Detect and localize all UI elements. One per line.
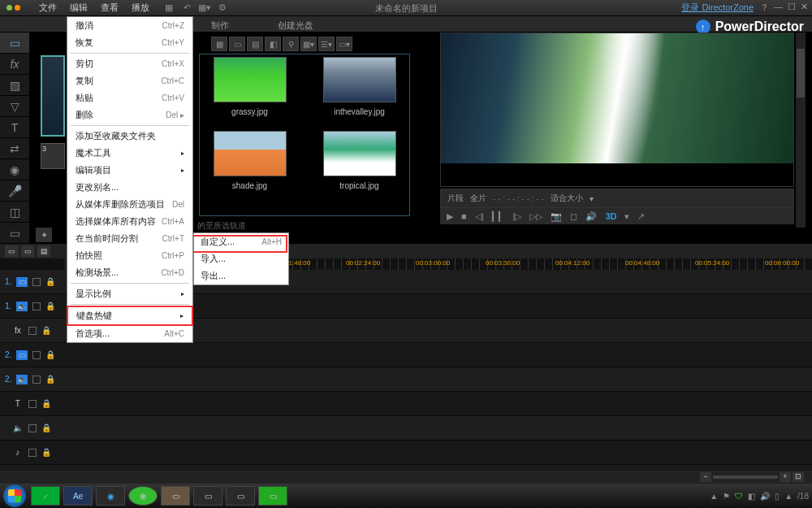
task-item[interactable]: ▭ xyxy=(226,486,255,506)
play-button[interactable]: ▶ xyxy=(447,211,453,222)
menu-edit[interactable]: 编辑 xyxy=(63,0,94,16)
fast-forward-button[interactable]: ▷▷ xyxy=(529,211,542,222)
close-button[interactable]: ✕ xyxy=(801,2,808,14)
menu-item[interactable]: 显示比例▸ xyxy=(67,285,192,302)
menu-icon-3[interactable]: ▦▾ xyxy=(198,2,211,15)
media-item[interactable]: shade.jpg xyxy=(203,131,296,190)
tab-produce[interactable]: 制作 xyxy=(203,16,237,35)
pv-fit[interactable]: 适合大小 xyxy=(551,193,583,204)
menu-item[interactable]: 选择媒体库所有内容Ctrl+A xyxy=(67,213,192,230)
menu-item[interactable]: 更改别名... xyxy=(67,179,192,196)
minimize-button[interactable]: — xyxy=(774,2,783,14)
tray-shield-icon[interactable]: 🛡 xyxy=(735,492,743,501)
tray-volume-icon[interactable]: 🔊 xyxy=(760,492,770,501)
track-row[interactable]: 2.🔈🔒 xyxy=(0,367,812,392)
submenu-item[interactable]: 导入... xyxy=(194,250,288,267)
lib-view-3[interactable]: ▤ xyxy=(247,37,263,51)
tray-icon[interactable]: ▲ xyxy=(784,492,793,501)
menu-item[interactable]: 添加至收藏夹文件夹 xyxy=(67,128,192,145)
menu-item[interactable]: 删除Del ▸ xyxy=(67,106,192,124)
lib-view-4[interactable]: ◧ xyxy=(265,37,281,51)
tl-tool-3[interactable]: ▤ xyxy=(37,245,50,257)
pv-movie[interactable]: 全片 xyxy=(470,193,486,204)
pv-clip[interactable]: 片段 xyxy=(447,193,464,204)
tool-transition[interactable]: ⇄ xyxy=(0,138,29,159)
lib-view-5[interactable]: ▦▾ xyxy=(300,37,317,51)
task-item[interactable]: ▭ xyxy=(161,486,190,506)
tool-media[interactable]: ▭ xyxy=(0,33,29,54)
menu-item[interactable]: 编辑项目▸ xyxy=(67,162,192,179)
volume-button[interactable]: 🔊 xyxy=(585,211,597,222)
lib-view-6[interactable]: ☰▾ xyxy=(318,37,335,51)
menu-icon-2[interactable]: ↶ xyxy=(180,2,193,15)
lib-view-7[interactable]: ▭▾ xyxy=(336,37,352,51)
menu-item[interactable]: 恢复Ctrl+Y xyxy=(67,34,192,51)
track-row[interactable]: .T🔒 xyxy=(0,392,812,416)
tool-title[interactable]: T xyxy=(0,117,29,138)
tool-mic[interactable]: 🎤 xyxy=(0,180,29,202)
tab-disc[interactable]: 创建光盘 xyxy=(270,16,322,35)
marker-button[interactable]: ✦ xyxy=(36,228,52,242)
tl-tool-2[interactable]: ▭ xyxy=(21,245,34,257)
task-item[interactable]: ◉ xyxy=(96,486,125,506)
task-item[interactable]: ⊕ xyxy=(128,486,158,506)
task-item[interactable]: ⟋ xyxy=(31,486,60,506)
selected-thumbnail[interactable] xyxy=(41,55,65,137)
menu-play[interactable]: 播放 xyxy=(125,0,156,16)
track-row[interactable]: .♪🔒 xyxy=(0,441,812,465)
media-item[interactable]: grassy.jpg xyxy=(203,57,296,116)
menu-item[interactable]: 在当前时间分割Ctrl+T xyxy=(67,230,192,247)
loop-button[interactable]: ◻ xyxy=(570,211,577,222)
menu-icon-1[interactable]: ▦ xyxy=(162,2,175,15)
media-item[interactable]: tropical.jpg xyxy=(313,131,406,190)
menu-item[interactable]: 键盘热键▸ xyxy=(67,306,193,326)
next-frame-button[interactable]: |▷ xyxy=(513,211,522,222)
submenu-item[interactable]: 导出... xyxy=(194,267,288,284)
menu-item[interactable]: 首选项...Alt+C xyxy=(67,325,192,342)
chevron-down-icon[interactable]: ▾ xyxy=(590,194,594,203)
menu-view[interactable]: 查看 xyxy=(94,0,125,16)
menu-item[interactable]: 剪切Ctrl+X xyxy=(67,55,192,72)
media-item[interactable]: inthevalley.jpg xyxy=(313,57,406,116)
tool-fx[interactable]: fx xyxy=(0,54,29,75)
menu-item[interactable]: 粘贴Ctrl+V xyxy=(67,89,192,106)
tray-icon[interactable]: ▲ xyxy=(710,492,718,501)
track-row[interactable]: .🔈🔒 xyxy=(0,416,812,441)
menu-item[interactable]: 从媒体库删除所选项目Del xyxy=(67,196,192,213)
undock-button[interactable]: ↗ xyxy=(637,211,645,222)
menu-item[interactable]: 魔术工具▸ xyxy=(67,145,192,162)
thumbnail-small[interactable]: 3 xyxy=(41,143,65,169)
menu-item[interactable]: 检测场景...Ctrl+D xyxy=(67,264,192,281)
menu-item[interactable]: 拍快照Ctrl+P xyxy=(67,247,192,264)
lib-view-2[interactable]: ▭ xyxy=(229,37,245,51)
task-item[interactable]: Ae xyxy=(63,486,93,506)
tool-chapter[interactable]: ◫ xyxy=(0,202,29,223)
task-item[interactable]: ▭ xyxy=(193,486,222,506)
tl-tool-1[interactable]: ▭ xyxy=(5,245,18,257)
stop-button[interactable]: ■ xyxy=(461,211,467,221)
tray-icon[interactable]: ◧ xyxy=(748,492,755,501)
help-button[interactable]: ？ xyxy=(760,2,769,14)
maximize-button[interactable]: ☐ xyxy=(788,2,796,14)
lib-search[interactable]: ⚲ xyxy=(283,37,299,51)
start-button[interactable] xyxy=(3,484,26,507)
tool-particle[interactable]: ▽ xyxy=(0,96,29,117)
scrollbar[interactable] xyxy=(796,33,806,228)
gear-icon[interactable]: ⚙ xyxy=(216,2,229,15)
directorzone-link[interactable]: 登录 DirectorZone xyxy=(681,2,754,14)
pv-dropdown[interactable]: ▾ xyxy=(624,211,629,222)
zoom-fit[interactable]: ⊡ xyxy=(793,472,804,482)
3d-button[interactable]: 3D xyxy=(605,211,616,221)
zoom-slider[interactable] xyxy=(713,475,778,479)
task-item[interactable]: ▭ xyxy=(258,486,287,506)
snapshot-button[interactable]: 📷 xyxy=(551,211,562,222)
lib-view-1[interactable]: ▦ xyxy=(211,37,227,51)
tool-subtitle[interactable]: ▭ xyxy=(0,223,29,244)
menu-file[interactable]: 文件 xyxy=(32,0,63,16)
tool-pip[interactable]: ▨ xyxy=(0,75,29,96)
menu-item[interactable]: 复制Ctrl+C xyxy=(67,72,192,89)
zoom-out[interactable]: − xyxy=(700,472,711,482)
tray-icon[interactable]: ⚑ xyxy=(723,492,730,501)
tray-icon[interactable]: ▯ xyxy=(775,492,780,501)
tool-audio[interactable]: ◉ xyxy=(0,159,29,180)
